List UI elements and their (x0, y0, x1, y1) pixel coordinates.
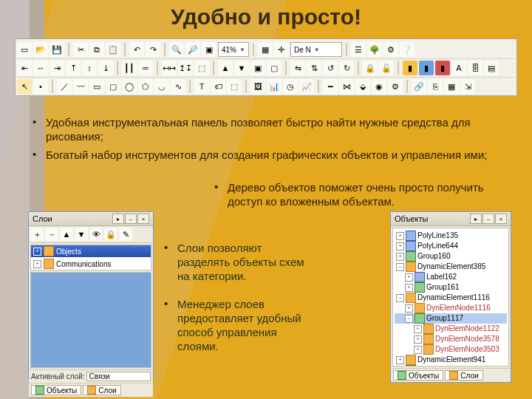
tree-node-selected[interactable]: –Group1117 (395, 313, 507, 324)
same-size-icon[interactable]: ⬚ (194, 61, 209, 75)
tab-layers[interactable]: Слои (445, 370, 482, 381)
bring-front-icon[interactable]: ▲ (218, 61, 233, 75)
same-width-icon[interactable]: ↤↦ (162, 61, 177, 75)
zoom-combo[interactable]: 41%▼ (218, 42, 249, 57)
zoom-fit-icon[interactable]: ▣ (202, 42, 216, 57)
align-right-icon[interactable]: ⇥ (50, 61, 64, 75)
panel-min-icon[interactable]: – (482, 214, 494, 224)
copy-icon[interactable]: ⧉ (89, 42, 104, 57)
db-icon[interactable]: 🗄 (468, 61, 482, 75)
align-middle-icon[interactable]: ↕ (82, 61, 97, 75)
layer-del-icon[interactable]: － (45, 228, 58, 241)
polygon-icon[interactable]: ⬠ (138, 79, 153, 94)
tab-layers[interactable]: Слои (83, 385, 120, 395)
tree-node[interactable]: +Group160 (395, 251, 507, 262)
roundrect-icon[interactable]: ▢ (106, 79, 120, 94)
align-top-icon[interactable]: ⤒ (66, 61, 81, 75)
paste-icon[interactable]: 📋 (106, 42, 120, 57)
units-combo[interactable]: De N▼ (290, 42, 342, 57)
layer-row-comm[interactable]: + Communications (31, 258, 151, 270)
rotate-r-icon[interactable]: ↻ (339, 61, 354, 75)
tree-icon[interactable]: 🌳 (367, 42, 382, 57)
panel-pin-icon[interactable]: ▸ (112, 214, 124, 224)
unlock-icon[interactable]: 🔓 (379, 61, 394, 75)
tree-node[interactable]: –DynamicElement1116 (395, 293, 507, 303)
tree-node[interactable]: +PolyLine135 (395, 231, 507, 241)
zoom-out-icon[interactable]: 🔎 (185, 42, 200, 57)
line-icon[interactable]: ／ (57, 79, 72, 94)
pump-icon[interactable]: ◉ (372, 79, 386, 94)
layer-down-icon[interactable]: ▼ (75, 228, 88, 241)
text-icon[interactable]: T (194, 79, 209, 94)
script-icon[interactable]: ⎘ (428, 79, 443, 94)
cut-icon[interactable]: ✂ (73, 42, 88, 57)
redo-icon[interactable]: ↷ (146, 42, 160, 57)
db2-icon[interactable]: ▦ (444, 79, 459, 94)
image-icon[interactable]: 🖼 (250, 79, 265, 94)
panel-min-icon[interactable]: – (125, 214, 137, 224)
tank-icon[interactable]: ⬙ (355, 79, 370, 94)
tree-node[interactable]: +DynElemNode1122 (395, 324, 507, 334)
layer-lock-icon[interactable]: 🔒 (104, 228, 117, 241)
rotate-l-icon[interactable]: ↺ (323, 61, 338, 75)
send-back-icon[interactable]: ▼ (234, 61, 249, 75)
pipe-icon[interactable]: ━ (323, 79, 338, 94)
curve-icon[interactable]: ∿ (171, 79, 185, 94)
table-icon[interactable]: ▤ (484, 61, 499, 75)
button-icon[interactable]: ⬚ (227, 79, 242, 94)
layer-vis-icon[interactable]: 👁 (89, 228, 103, 241)
trend-icon[interactable]: 📈 (299, 79, 314, 94)
export-icon[interactable]: ⇲ (460, 79, 475, 94)
align-center-icon[interactable]: ↔ (33, 61, 48, 75)
gauge-icon[interactable]: ◷ (283, 79, 298, 94)
ellipse-icon[interactable]: ◯ (122, 79, 137, 94)
select-icon[interactable]: ↖ (17, 79, 32, 94)
layers-icon[interactable]: ☰ (351, 42, 366, 57)
valve-icon[interactable]: ⋈ (339, 79, 354, 94)
tree-node[interactable]: +Group161 (395, 282, 507, 293)
tree-node[interactable]: +DynElemNode1116 (395, 303, 507, 313)
flip-h-icon[interactable]: ⇋ (290, 61, 305, 75)
layer-row-objects[interactable]: + Objects (31, 245, 151, 257)
layer-edit-icon[interactable]: ✎ (119, 228, 132, 241)
zoom-in-icon[interactable]: 🔍 (169, 42, 184, 57)
polyline-icon[interactable]: 〰 (73, 79, 88, 94)
tree-node[interactable]: +DynElemNode3503 (395, 344, 507, 355)
help-icon[interactable]: ❔ (400, 42, 415, 57)
point-icon[interactable]: • (33, 79, 48, 94)
align-bottom-icon[interactable]: ⤓ (98, 61, 113, 75)
layer-add-icon[interactable]: ＋ (30, 228, 44, 241)
tree-node[interactable]: –DynamicElement385 (395, 262, 507, 272)
grid-icon[interactable]: ▦ (258, 42, 273, 57)
tab-objects[interactable]: Объекты (31, 385, 81, 395)
dist-horiz-icon[interactable]: ┃┃ (122, 61, 137, 75)
flip-v-icon[interactable]: ⇅ (307, 61, 321, 75)
save-icon[interactable]: 💾 (50, 42, 64, 57)
label-icon[interactable]: 🏷 (211, 79, 225, 94)
chart-icon[interactable]: 📊 (267, 79, 282, 94)
same-height-icon[interactable]: ↥↧ (178, 61, 193, 75)
snap-icon[interactable]: ✛ (274, 42, 289, 57)
tree-node[interactable]: +Label162 (395, 272, 507, 282)
motor-icon[interactable]: ⚙ (388, 79, 403, 94)
group-icon[interactable]: ▣ (250, 61, 265, 75)
new-icon[interactable]: ▭ (17, 42, 32, 57)
panel-close-icon[interactable]: × (495, 214, 507, 224)
tree-node[interactable]: +Group101 (395, 365, 507, 366)
tree-node[interactable]: +DynElemNode3578 (395, 334, 507, 344)
panel-close-icon[interactable]: × (137, 214, 149, 224)
undo-icon[interactable]: ↶ (129, 42, 144, 57)
panel-pin-icon[interactable]: ▸ (470, 214, 482, 224)
linecolor-icon[interactable]: ▮ (435, 61, 450, 75)
tree-node[interactable]: +PolyLine644 (395, 241, 507, 251)
props-icon[interactable]: ⚙ (383, 42, 398, 57)
open-icon[interactable]: 📂 (33, 42, 48, 57)
dist-vert-icon[interactable]: ═ (138, 61, 153, 75)
tab-objects[interactable]: Объекты (393, 370, 443, 381)
active-layer-field[interactable]: Связи (86, 372, 151, 381)
objects-tree[interactable]: +PolyLine135 +PolyLine644 +Group160 –Dyn… (392, 228, 509, 366)
font-icon[interactable]: A (451, 61, 466, 75)
lock-icon[interactable]: 🔒 (363, 61, 378, 75)
align-left-icon[interactable]: ⇤ (17, 61, 32, 75)
rect-icon[interactable]: ▭ (89, 79, 104, 94)
